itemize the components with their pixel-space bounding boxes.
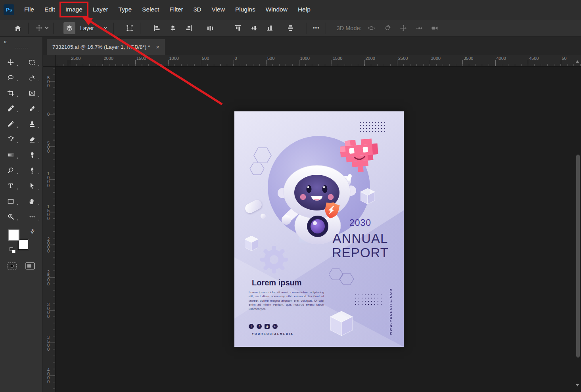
poster-social-caption: YOURSOCIALMEDIA	[252, 333, 293, 335]
clone-stamp-tool[interactable]	[21, 116, 43, 132]
canvas-area[interactable]: 2030 ANNUAL REPORT Lorem ipsum Lorem ips…	[56, 67, 581, 392]
eyedropper-tool[interactable]	[0, 101, 21, 116]
eraser-tool[interactable]	[21, 132, 43, 147]
smudge-tool[interactable]	[21, 147, 43, 163]
lasso-tool[interactable]	[0, 70, 21, 85]
auto-select-dropdown[interactable]: Layer	[80, 25, 107, 31]
spot-healing-brush-tool[interactable]	[21, 101, 43, 116]
collapse-panel-button[interactable]: «	[4, 38, 6, 45]
default-colors-icon-front[interactable]	[12, 250, 15, 253]
edit-toolbar-button[interactable]	[21, 209, 43, 224]
horizontal-ruler-label: 50	[561, 56, 567, 61]
move-icon	[36, 25, 42, 31]
poster-title-line2: REPORT	[328, 246, 393, 260]
path-selection-tool[interactable]	[21, 178, 43, 193]
align-middle-vertical-icon	[251, 25, 257, 31]
align-center-horizontal-button[interactable]	[167, 22, 179, 34]
vertical-ruler-label: 3500	[46, 335, 51, 351]
menu-select[interactable]: Select	[137, 0, 164, 19]
pen-tool[interactable]	[21, 163, 43, 178]
ruler-vertical-labels: 50005001000150020002500300035004000	[43, 67, 56, 392]
menu-image[interactable]: Image	[60, 0, 88, 19]
3d-roll-button[interactable]	[382, 22, 393, 34]
align-bottom-button[interactable]	[264, 22, 276, 34]
menu-type[interactable]: Type	[113, 0, 137, 19]
3d-slide-button[interactable]	[413, 22, 425, 34]
more-align-options-button[interactable]: •••	[313, 25, 320, 31]
menu-plugins[interactable]: Plugins	[230, 0, 261, 19]
swap-colors-icon[interactable]: ⇄	[29, 228, 36, 235]
social-icons-row: t f ◎ in	[249, 324, 278, 329]
frame-tool[interactable]	[21, 85, 43, 101]
tab-close-button[interactable]: ×	[156, 44, 159, 50]
panel-grip-handle[interactable]	[15, 48, 28, 49]
transform-controls-toggle[interactable]	[124, 22, 136, 34]
menu-window[interactable]: Window	[261, 0, 293, 19]
menu-file[interactable]: File	[19, 0, 39, 19]
foreground-color-swatch[interactable]	[9, 230, 19, 240]
3d-orbit-button[interactable]	[366, 22, 378, 34]
horizontal-ruler-label: 1500	[332, 56, 342, 61]
horizontal-ruler-label: 3500	[462, 56, 473, 61]
menu-edit[interactable]: Edit	[39, 0, 60, 19]
type-tool[interactable]	[0, 178, 21, 193]
3d-camera-button[interactable]	[429, 22, 441, 34]
home-button[interactable]	[12, 22, 24, 34]
eraser-icon	[29, 136, 35, 143]
poster-body-text: Lorem ipsum dolor sit amet, consectetuer…	[249, 291, 324, 311]
horizontal-ruler-label: 4500	[528, 56, 539, 61]
background-color-swatch[interactable]	[18, 239, 29, 250]
crop-tool[interactable]	[0, 85, 21, 101]
menu-3d[interactable]: 3D	[188, 0, 207, 19]
align-right-icon	[186, 25, 192, 31]
rectangle-tool[interactable]	[0, 193, 21, 209]
scroll-down-arrow[interactable]	[576, 384, 579, 386]
menu-filter[interactable]: Filter	[164, 0, 188, 19]
type-icon	[8, 183, 14, 189]
align-top-button[interactable]	[232, 22, 244, 34]
scrollbar-thumb[interactable]	[576, 155, 580, 358]
align-left-button[interactable]	[151, 22, 163, 34]
vertical-scrollbar[interactable]	[575, 68, 581, 389]
menu-layer[interactable]: Layer	[88, 0, 113, 19]
history-brush-tool[interactable]	[0, 132, 21, 147]
menu-view[interactable]: View	[207, 0, 230, 19]
screen-mode-button[interactable]	[25, 262, 35, 270]
move-tool-options-button[interactable]	[33, 22, 45, 34]
3d-camera-icon	[431, 25, 438, 31]
align-middle-vertical-button[interactable]	[248, 22, 260, 34]
3d-pan-button[interactable]	[397, 22, 409, 34]
distribute-horizontal-button[interactable]	[204, 22, 216, 34]
vertical-ruler-label: 1500	[46, 204, 51, 220]
hand-icon	[29, 198, 35, 205]
object-selection-tool[interactable]	[21, 70, 43, 85]
photoshop-logo[interactable]: Ps	[4, 4, 14, 15]
3d-pan-icon	[400, 25, 407, 31]
poster-year: 2030	[328, 218, 393, 228]
linkedin-icon: in	[272, 324, 278, 329]
crop-icon	[8, 90, 14, 96]
hand-tool[interactable]	[21, 193, 43, 209]
auto-select-toggle[interactable]	[63, 22, 75, 34]
selection-arrow-icon	[29, 183, 35, 189]
scroll-up-arrow[interactable]	[576, 60, 579, 63]
menu-help[interactable]: Help	[293, 0, 316, 19]
horizontal-ruler-label: 2500	[397, 56, 408, 61]
frame-icon	[29, 90, 35, 96]
twitter-icon: t	[249, 324, 254, 329]
hexagons-graphic-left	[249, 147, 275, 177]
document-tab[interactable]: 7332105.ai @ 16.7% (Layer 1, RGB/8*) * ×	[47, 39, 165, 55]
zoom-tool[interactable]	[0, 209, 21, 224]
brush-tool[interactable]	[0, 116, 21, 132]
gradient-tool[interactable]	[0, 147, 21, 163]
distribute-vertical-button[interactable]	[284, 22, 296, 34]
dodge-tool[interactable]	[0, 163, 21, 178]
marquee-icon	[29, 59, 35, 65]
move-tool[interactable]	[0, 54, 21, 70]
pen-icon	[29, 167, 35, 174]
chevron-down-icon[interactable]	[45, 27, 49, 29]
rectangular-marquee-tool[interactable]	[21, 54, 43, 70]
quick-mask-button[interactable]	[7, 262, 17, 270]
align-right-button[interactable]	[183, 22, 195, 34]
separator	[326, 23, 326, 34]
